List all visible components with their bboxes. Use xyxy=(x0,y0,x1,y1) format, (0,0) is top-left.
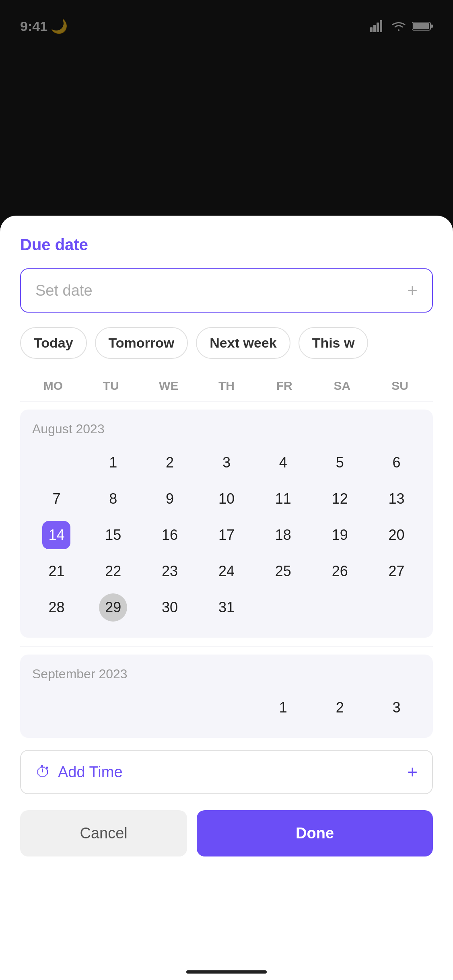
sep-day-1[interactable]: 1 xyxy=(255,690,311,726)
calendar-day-1[interactable]: 1 xyxy=(85,445,142,481)
calendar-day-4[interactable]: 4 xyxy=(255,445,311,481)
calendar-day-18[interactable]: 18 xyxy=(255,517,311,553)
calendar-day-13[interactable]: 13 xyxy=(368,481,425,517)
chip-tomorrow[interactable]: Tomorrow xyxy=(95,327,188,359)
calendar-day-27[interactable]: 27 xyxy=(368,553,425,589)
sep-empty-1 xyxy=(28,690,85,726)
calendar-day-21[interactable]: 21 xyxy=(28,553,85,589)
calendar-day-30[interactable]: 30 xyxy=(142,589,198,626)
calendar-day-2[interactable]: 2 xyxy=(142,445,198,481)
calendar-day-empty-3 xyxy=(311,589,368,626)
date-input-placeholder: Set date xyxy=(35,282,93,299)
chip-next-week[interactable]: Next week xyxy=(196,327,290,359)
modal-title: Due date xyxy=(20,236,433,254)
day-header-mo: MO xyxy=(24,375,82,397)
calendar-day-8[interactable]: 8 xyxy=(85,481,142,517)
add-time-plus-icon: + xyxy=(407,762,418,782)
add-time-icon: ⏱ xyxy=(35,764,51,781)
add-time-label: Add Time xyxy=(58,764,123,781)
calendar-day-9[interactable]: 9 xyxy=(142,481,198,517)
add-time-row[interactable]: ⏱ Add Time + xyxy=(20,750,433,794)
action-buttons: Cancel Done xyxy=(20,810,433,856)
calendar-day-empty-4 xyxy=(368,589,425,626)
date-input[interactable]: Set date + xyxy=(20,268,433,313)
calendar-day-10[interactable]: 10 xyxy=(198,481,255,517)
calendar-day-24[interactable]: 24 xyxy=(198,553,255,589)
cancel-button[interactable]: Cancel xyxy=(20,810,187,856)
september-section: September 2023 1 2 3 xyxy=(20,655,433,738)
calendar-day-19[interactable]: 19 xyxy=(311,517,368,553)
done-button[interactable]: Done xyxy=(197,810,433,856)
august-grid: 1 2 3 4 5 6 7 8 9 10 11 12 13 14 15 16 1… xyxy=(28,445,425,626)
calendar-day-17[interactable]: 17 xyxy=(198,517,255,553)
calendar-day-31[interactable]: 31 xyxy=(198,589,255,626)
chip-today[interactable]: Today xyxy=(20,327,87,359)
calendar-day-12[interactable]: 12 xyxy=(311,481,368,517)
sep-day-3[interactable]: 3 xyxy=(368,690,425,726)
sep-empty-2 xyxy=(85,690,142,726)
calendar-day-empty-2 xyxy=(255,589,311,626)
calendar-day-3[interactable]: 3 xyxy=(198,445,255,481)
calendar-day-29[interactable]: 29 xyxy=(85,589,142,626)
calendar-day-empty xyxy=(28,445,85,481)
calendar-day-20[interactable]: 20 xyxy=(368,517,425,553)
calendar-day-7[interactable]: 7 xyxy=(28,481,85,517)
calendar-divider-top xyxy=(20,401,433,401)
calendar-day-15[interactable]: 15 xyxy=(85,517,142,553)
add-time-left: ⏱ Add Time xyxy=(35,764,123,781)
day-header-th: TH xyxy=(198,375,255,397)
chip-this-week[interactable]: This w xyxy=(299,327,369,359)
september-label: September 2023 xyxy=(28,667,425,681)
calendar-day-25[interactable]: 25 xyxy=(255,553,311,589)
day-header-fr: FR xyxy=(255,375,313,397)
date-input-plus-icon: + xyxy=(407,280,418,301)
calendar-day-26[interactable]: 26 xyxy=(311,553,368,589)
august-label: August 2023 xyxy=(28,422,425,436)
calendar-day-14[interactable]: 14 xyxy=(28,517,85,553)
day-header-tu: TU xyxy=(82,375,140,397)
day-header-su: SU xyxy=(371,375,429,397)
sep-empty-3 xyxy=(142,690,198,726)
calendar-day-5[interactable]: 5 xyxy=(311,445,368,481)
calendar-day-16[interactable]: 16 xyxy=(142,517,198,553)
day-header-we: WE xyxy=(140,375,198,397)
calendar-day-28[interactable]: 28 xyxy=(28,589,85,626)
calendar-day-22[interactable]: 22 xyxy=(85,553,142,589)
calendar-day-6[interactable]: 6 xyxy=(368,445,425,481)
sep-empty-4 xyxy=(198,690,255,726)
day-header-sa: SA xyxy=(313,375,371,397)
home-indicator xyxy=(186,970,267,974)
due-date-modal: Due date Set date + Today Tomorrow Next … xyxy=(0,216,453,980)
sep-day-2[interactable]: 2 xyxy=(311,690,368,726)
august-section: August 2023 1 2 3 4 5 6 7 8 9 10 11 12 1… xyxy=(20,410,433,638)
calendar-day-23[interactable]: 23 xyxy=(142,553,198,589)
september-grid: 1 2 3 xyxy=(28,690,425,726)
calendar-weekday-headers: MO TU WE TH FR SA SU xyxy=(20,375,433,397)
quick-chips-row: Today Tomorrow Next week This w xyxy=(20,327,433,359)
calendar-day-11[interactable]: 11 xyxy=(255,481,311,517)
calendar-divider-mid xyxy=(20,646,433,646)
